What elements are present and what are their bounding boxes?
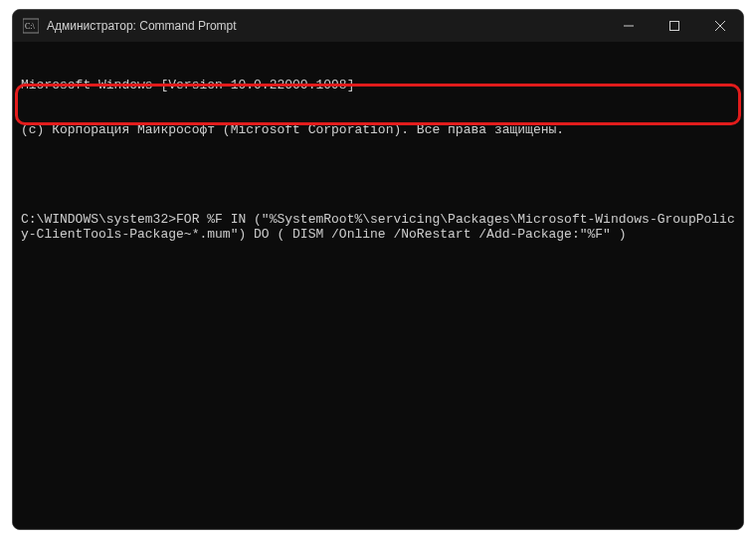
- window-controls: [606, 10, 743, 42]
- prompt-text: C:\WINDOWS\system32>: [21, 212, 176, 227]
- title-left: C:\ Администратор: Command Prompt: [13, 18, 606, 34]
- svg-rect-3: [670, 22, 679, 31]
- blank-line: [21, 167, 735, 182]
- terminal-area[interactable]: Microsoft Windows [Version 10.0.22000.10…: [13, 42, 743, 529]
- minimize-button[interactable]: [606, 10, 652, 42]
- close-button[interactable]: [697, 10, 743, 42]
- svg-text:C:\: C:\: [25, 22, 36, 31]
- command-block: C:\WINDOWS\system32>FOR %F IN ("%SystemR…: [21, 212, 735, 242]
- cmd-icon: C:\: [23, 18, 39, 34]
- copyright-line: (c) Корпорация Майкрософт (Microsoft Cor…: [21, 122, 735, 137]
- command-prompt-window: C:\ Администратор: Command Prompt Micros…: [12, 9, 744, 530]
- titlebar[interactable]: C:\ Администратор: Command Prompt: [13, 10, 743, 42]
- version-line: Microsoft Windows [Version 10.0.22000.10…: [21, 78, 735, 92]
- window-title: Администратор: Command Prompt: [47, 19, 237, 33]
- maximize-button[interactable]: [652, 10, 697, 42]
